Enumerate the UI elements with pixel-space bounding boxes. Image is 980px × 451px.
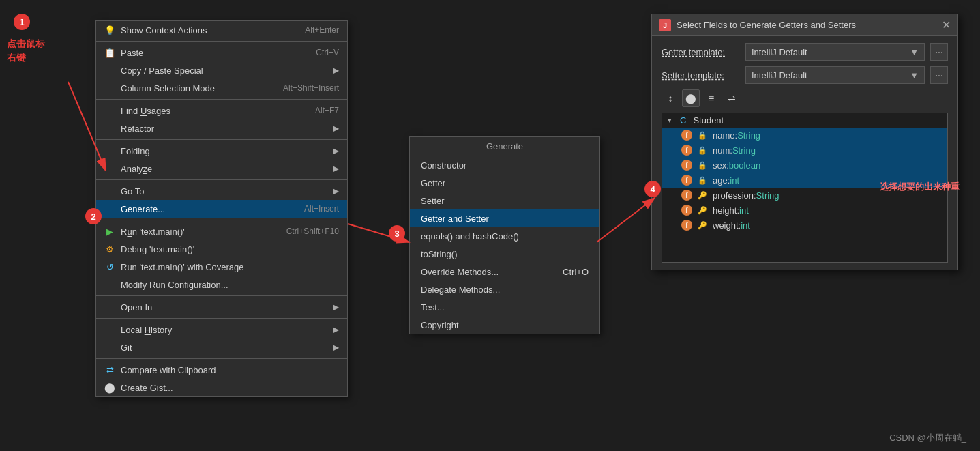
arrow-right-copy-paste: ▶ [333, 66, 339, 75]
shortcut-generate: Alt+Insert [304, 204, 339, 214]
menu-item-analyze[interactable]: Analyze ▶ [96, 160, 347, 177]
getter-select[interactable]: IntelliJ Default ▼ [745, 43, 925, 61]
menu-label-compare: Compare with Clipboard [121, 365, 216, 375]
menu-label-find: Find Usages [121, 106, 170, 116]
menu-item-debug[interactable]: ⚙ Debug 'text.main()' [96, 240, 347, 258]
shortcut-paste: Ctrl+V [316, 48, 339, 57]
menu-item-run-coverage[interactable]: ↺ Run 'text.main()' with Coverage [96, 258, 347, 276]
menu-label-local-history: Local History [121, 325, 172, 335]
field-profession-label: profession:String [713, 190, 779, 201]
intellij-icon: J [659, 19, 671, 31]
separator-8 [96, 358, 347, 359]
lock-profession: 🔑 [698, 191, 707, 200]
menu-item-goto[interactable]: Go To ▶ [96, 182, 347, 200]
menu-item-refactor[interactable]: Refactor ▶ [96, 119, 347, 137]
menu-label-gist: Create Gist... [121, 383, 173, 393]
shortcut-show-context: Alt+Enter [305, 25, 339, 35]
tree-class-student[interactable]: ▾ C Student [662, 113, 947, 128]
shortcut-override: Ctrl+O [563, 267, 589, 277]
arrow-right-open-in: ▶ [333, 302, 339, 312]
menu-item-compare-clipboard[interactable]: ⇄ Compare with Clipboard [96, 361, 347, 379]
getter-more-btn[interactable]: ··· [930, 43, 948, 61]
setter-template-row: Setter template: IntelliJ Default ▼ ··· [662, 66, 948, 84]
separator-2 [96, 99, 347, 100]
setter-value: IntelliJ Default [752, 70, 807, 81]
gen-item-override[interactable]: Override Methods... Ctrl+O [410, 263, 599, 280]
field-sex-row[interactable]: f 🔒 sex:boolean [662, 158, 947, 173]
gen-item-getter-setter[interactable]: Getter and Setter [410, 209, 599, 227]
arrow-right-goto: ▶ [333, 186, 339, 196]
menu-item-run[interactable]: ▶ Run 'text.main()' Ctrl+Shift+F10 [96, 222, 347, 240]
menu-item-create-gist[interactable]: ⬤ Create Gist... [96, 379, 347, 396]
menu-item-modify-config[interactable]: Modify Run Configuration... [96, 276, 347, 293]
close-button[interactable]: ✕ [942, 18, 951, 31]
field-name-row[interactable]: f 🔒 name:String [662, 128, 947, 143]
lock-name: 🔒 [698, 131, 707, 140]
gen-item-delegate[interactable]: Delegate Methods... [410, 280, 599, 298]
circle-btn[interactable]: ⬤ [682, 89, 700, 107]
lock-weight: 🔑 [698, 221, 707, 230]
setter-select[interactable]: IntelliJ Default ▼ [745, 66, 925, 84]
gen-item-test[interactable]: Test... [410, 298, 599, 316]
field-name-label: name:String [713, 130, 760, 141]
field-weight-label: weight:int [713, 220, 750, 231]
open-icon [104, 302, 115, 312]
gen-label-delegate: Delegate Methods... [421, 285, 500, 295]
lock-age: 🔒 [698, 176, 707, 185]
separator-6 [96, 295, 347, 296]
gen-label-getter-setter: Getter and Setter [421, 214, 489, 224]
menu-item-git[interactable]: Git ▶ [96, 338, 347, 356]
menu-item-show-context-actions[interactable]: 💡 Show Context Actions Alt+Enter [96, 21, 347, 39]
menu-item-find-usages[interactable]: Find Usages Alt+F7 [96, 102, 347, 119]
menu-item-column-selection[interactable]: Column Selection Mode Alt+Shift+Insert [96, 79, 347, 97]
dialog-title: Select Fields to Generate Getters and Se… [677, 20, 936, 30]
menu-label-show-context: Show Context Actions [121, 25, 207, 35]
menu-label-refactor: Refactor [121, 123, 154, 134]
field-num-row[interactable]: f 🔒 num:String [662, 143, 947, 158]
menu-item-local-history[interactable]: Local History ▶ [96, 321, 347, 338]
field-icon-weight: f [681, 220, 692, 231]
annotation-label-1: 点击鼠标右键 [7, 38, 45, 64]
annotation-1: 1 [14, 14, 30, 30]
sort-btn[interactable]: ↕ [662, 89, 679, 107]
gen-item-getter[interactable]: Getter [410, 174, 599, 192]
align2-btn[interactable]: ⇌ [723, 89, 741, 107]
context-menu: 💡 Show Context Actions Alt+Enter 📋 Paste… [95, 20, 348, 397]
separator-4 [96, 179, 347, 180]
getter-template-row: Getter template: IntelliJ Default ▼ ··· [662, 43, 948, 61]
setter-more-btn[interactable]: ··· [930, 66, 948, 84]
csdn-watermark: CSDN @小周在躺_ [889, 432, 966, 444]
shortcut-run: Ctrl+Shift+F10 [286, 227, 339, 236]
dialog-body: Getter template: IntelliJ Default ▼ ··· … [652, 36, 957, 270]
bulb-icon: 💡 [104, 25, 115, 35]
setter-label: Setter template: [662, 70, 740, 81]
gist-icon: ⬤ [104, 382, 115, 393]
run-icon: ▶ [104, 226, 115, 237]
menu-item-copy-paste-special[interactable]: Copy / Paste Special ▶ [96, 61, 347, 79]
gen-label-override: Override Methods... [421, 267, 499, 277]
menu-item-open-in[interactable]: Open In ▶ [96, 298, 347, 316]
getter-value: IntelliJ Default [752, 47, 807, 57]
arrow-right-refactor: ▶ [333, 123, 339, 133]
git-icon [104, 342, 115, 353]
align-btn[interactable]: ≡ [702, 89, 720, 107]
field-icon-num: f [681, 145, 692, 156]
gen-item-constructor[interactable]: Constructor [410, 156, 599, 174]
gen-item-tostring[interactable]: toString() [410, 245, 599, 263]
annotation-4: 4 [644, 181, 661, 197]
field-weight-row[interactable]: f 🔑 weight:int [662, 218, 947, 233]
menu-item-generate[interactable]: Generate... Alt+Insert [96, 200, 347, 218]
gen-item-copyright[interactable]: Copyright [410, 316, 599, 334]
svg-line-3 [597, 198, 655, 242]
field-height-row[interactable]: f 🔑 height:int [662, 203, 947, 218]
menu-label-analyze: Analyze [121, 164, 152, 174]
class-icon: C [680, 115, 686, 126]
separator-7 [96, 318, 347, 319]
gen-item-equals-hashcode[interactable]: equals() and hashCode() [410, 227, 599, 245]
lock-num: 🔒 [698, 146, 707, 155]
menu-label-modify: Modify Run Configuration... [121, 280, 228, 290]
menu-item-folding[interactable]: Folding ▶ [96, 142, 347, 160]
menu-item-paste[interactable]: 📋 Paste Ctrl+V [96, 44, 347, 61]
select-fields-dialog: J Select Fields to Generate Getters and … [651, 14, 958, 270]
gen-item-setter[interactable]: Setter [410, 192, 599, 209]
